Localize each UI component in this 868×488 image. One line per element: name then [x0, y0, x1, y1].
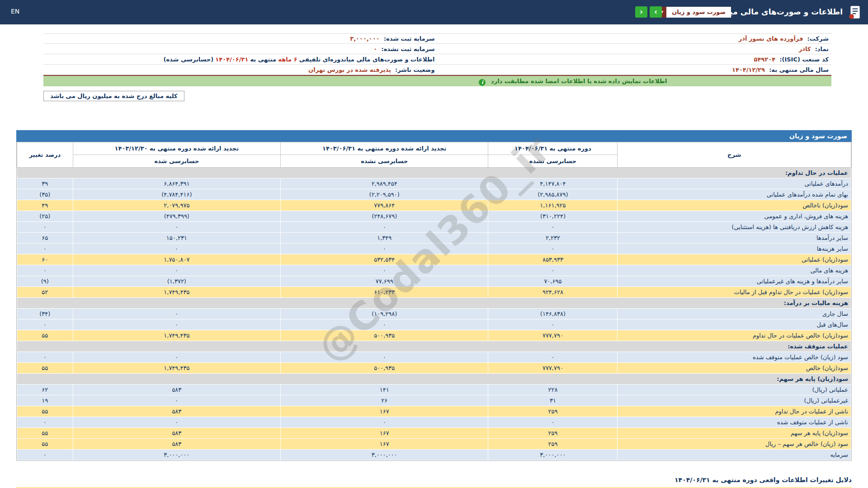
col-header-description: شرح [618, 142, 851, 168]
cell-current-period: (۲,۹۸۵,۸۷۹) [488, 189, 618, 200]
cell-change-percent: ۶۰ [17, 254, 73, 265]
row-label: درآمدهای عملیاتی [618, 178, 851, 189]
cell-change-percent: ۵۵ [17, 428, 73, 439]
report-suffix: (حسابرسی شده) [163, 56, 213, 63]
cell-change-percent: ۴۹ [17, 200, 73, 211]
registered-capital-label: سرمایه ثبت شده: [384, 35, 435, 42]
cell-annual-period: ۰ [73, 222, 280, 233]
table-row: سود(زیان) خالص عملیات در حال تداوم ۷۷۷,۷… [17, 330, 851, 341]
cell-prior-period: ۲,۹۸۹,۴۵۴ [281, 178, 488, 189]
cell-annual-period: ۱,۷۵۰,۸۰۷ [73, 254, 280, 265]
cell-change-percent: ۰ [17, 352, 73, 363]
cell-current-period: ۷۰,۶۹۵ [488, 276, 618, 287]
row-label: سود(زیان) خالص [618, 363, 851, 374]
cell-prior-period: ۰ [281, 352, 488, 363]
report-date: ۱۴۰۴/۰۶/۳۱ [215, 56, 248, 63]
table-row: سال جاری (۱۴۶,۸۳۸) (۱۰۹,۲۹۸) ۰ (۳۴) [17, 309, 851, 319]
cell-change-percent: ۰ [17, 450, 73, 460]
company-value: فرآورده های نسوز آذر [739, 35, 803, 42]
cell-annual-period: ۰ [73, 417, 280, 428]
table-row: سود(زیان) ناخالص ۱,۱۶۱,۹۲۵ ۷۷۹,۸۶۴ ۲,۰۷۹… [17, 200, 851, 211]
cell-annual-period: (۴۷۹,۳۹۹) [73, 211, 280, 222]
cell-prior-period: (۱۰۹,۲۹۸) [281, 309, 488, 319]
currency-unit-note: کلیه مبالغ درج شده به میلیون ریال می باش… [43, 91, 184, 101]
registered-capital-value: ۳,۰۰۰,۰۰۰ [350, 35, 379, 42]
table-row: سود(زیان) خالص ۷۷۷,۷۹۰ ۵۰۰,۹۳۵ ۱,۷۴۹,۴۳۵… [17, 363, 851, 374]
table-row: سود (زیان) خالص هر سهم – ریال ۲۵۹ ۱۶۷ ۵۸… [17, 439, 851, 450]
cell-prior-period: ۲۶ [281, 395, 488, 406]
col-subheader-current-audit-status: حسابرسی نشده [488, 155, 618, 168]
row-label: هزینه های مالی [618, 265, 851, 276]
table-row: بهای تمام شده درآمدهای عملیاتی (۲,۹۸۵,۸۷… [17, 189, 851, 200]
unregistered-capital-field: سرمایه ثبت نشده: ۰ [43, 46, 438, 52]
info-row-2: نماد: کاذر سرمایه ثبت نشده: ۰ [43, 44, 831, 54]
cell-prior-period: (۲,۲۰۹,۵۹۰) [281, 189, 488, 200]
cell-change-percent: ۰ [17, 319, 73, 330]
row-label: سایر درآمدها و هزینه های غیرعملیاتی [618, 276, 851, 287]
cell-change-percent: ۰ [17, 244, 73, 254]
cell-annual-period: ۰ [73, 244, 280, 254]
publisher-status-label: وضعیت ناشر: [395, 66, 434, 73]
cell-current-period: ۷۷۷,۷۹۰ [488, 330, 618, 341]
nav-back-button[interactable]: ‹ [635, 6, 647, 18]
cell-current-period: (۱۴۶,۸۳۸) [488, 309, 618, 319]
cell-current-period: ۰ [488, 265, 618, 276]
cell-annual-period: ۱,۷۴۹,۴۳۵ [73, 330, 280, 341]
table-row: سرمایه ۳,۰۰۰,۰۰۰ ۳,۰۰۰,۰۰۰ ۳,۰۰۰,۰۰۰ ۰ [17, 450, 851, 460]
chevron-left-icon: ‹ [640, 7, 643, 16]
language-toggle-en[interactable]: EN [11, 8, 19, 15]
cell-prior-period: ۰ [281, 319, 488, 330]
cell-prior-period: ۱۶۷ [281, 406, 488, 417]
cell-prior-period: ۱۶۷ [281, 428, 488, 439]
unregistered-capital-label: سرمایه ثبت نشده: [381, 46, 434, 52]
symbol-label: نماد: [815, 46, 829, 52]
cell-annual-period: ۰ [73, 395, 280, 406]
cell-current-period: ۰ [488, 244, 618, 254]
section-header-row: عملیات در حال تداوم: [17, 168, 851, 178]
table-row: سال‌های قبل ۰ ۰ ۰ ۰ [17, 319, 851, 330]
row-label: سود(زیان) خالص عملیات در حال تداوم [618, 330, 851, 341]
info-row-4: سال مالی منتهی به: ۱۴۰۴/۱۲/۲۹ وضعیت ناشر… [43, 65, 831, 75]
row-label: سرمایه [618, 450, 851, 460]
cell-current-period: ۰ [488, 319, 618, 330]
cell-annual-period: ۱۵۰,۲۳۱ [73, 233, 280, 244]
signature-match-notice-content: اطلاعات نمایش داده شده با اطلاعات امضا ش… [179, 76, 868, 87]
cell-change-percent: ۵۵ [17, 406, 73, 417]
cell-annual-period: ۳,۰۰۰,۰۰۰ [73, 450, 280, 460]
table-row: ناشی از عملیات در حال تداوم ۲۵۹ ۱۶۷ ۵۸۳ … [17, 406, 851, 417]
row-label: سایر درآمدها [618, 233, 851, 244]
cell-annual-period: (۱,۳۷۲) [73, 276, 280, 287]
cell-annual-period: ۰ [73, 319, 280, 330]
company-label: شرکت: [807, 35, 829, 42]
cell-change-percent: ۳۹ [17, 178, 73, 189]
cell-prior-period: ۱,۳۴۹ [281, 233, 488, 244]
report-title-prefix: اطلاعات و صورت‌های مالی میاندوره‌ای تلفی… [299, 56, 435, 63]
cell-current-period: ۳,۰۰۰,۰۰۰ [488, 450, 618, 460]
cell-current-period: ۷۷۷,۷۹۰ [488, 363, 618, 374]
company-info-section: شرکت: فرآورده های نسوز آذر سرمایه ثبت شد… [43, 33, 831, 75]
table-row: سایر هزینه‌ها ۰ ۰ ۰ ۰ [17, 244, 851, 254]
cell-annual-period: ۵۸۳ [73, 439, 280, 450]
cell-prior-period: ۳,۰۰۰,۰۰۰ [281, 450, 488, 460]
isic-value: ۵۴۹۲۰۴ [754, 56, 776, 63]
cell-prior-period: ۶۱۰,۲۳۳ [281, 287, 488, 298]
cell-annual-period: (۴,۷۸۴,۴۱۶) [73, 189, 280, 200]
cell-current-period: ۹۲۴,۶۲۸ [488, 287, 618, 298]
cell-current-period: ۳۱ [488, 395, 618, 406]
section-header-label: هزینه مالیات بر درآمد: [17, 298, 851, 309]
col-header-annual-period: تجدید ارائه شده دوره منتهی به ۱۴۰۳/۱۲/۳۰ [73, 142, 280, 155]
chevron-right-icon: › [654, 7, 657, 16]
cell-prior-period: ۰ [281, 417, 488, 428]
cell-change-percent: ۶۵ [17, 233, 73, 244]
table-row: هزینه کاهش ارزش دریافتنی ها (هزینه استثن… [17, 222, 851, 233]
statement-select[interactable]: صورت سود و زیان ▾ [657, 7, 731, 18]
cell-change-percent: ۱۹ [17, 395, 73, 406]
report-period: ۶ ماهه [278, 56, 297, 63]
cell-prior-period: ۰ [281, 244, 488, 254]
income-statement-table: شرح دوره منتهی به ۱۴۰۴/۰۶/۳۱ تجدید ارائه… [17, 142, 851, 460]
cell-prior-period: ۷۷۹,۸۶۴ [281, 200, 488, 211]
nav-forward-button[interactable]: › [650, 6, 662, 18]
cell-prior-period: ۵۰۰,۹۳۵ [281, 363, 488, 374]
row-label: غیرعملیاتی (ریال) [618, 395, 851, 406]
cell-prior-period: (۲۴۸,۶۷۹) [281, 211, 488, 222]
